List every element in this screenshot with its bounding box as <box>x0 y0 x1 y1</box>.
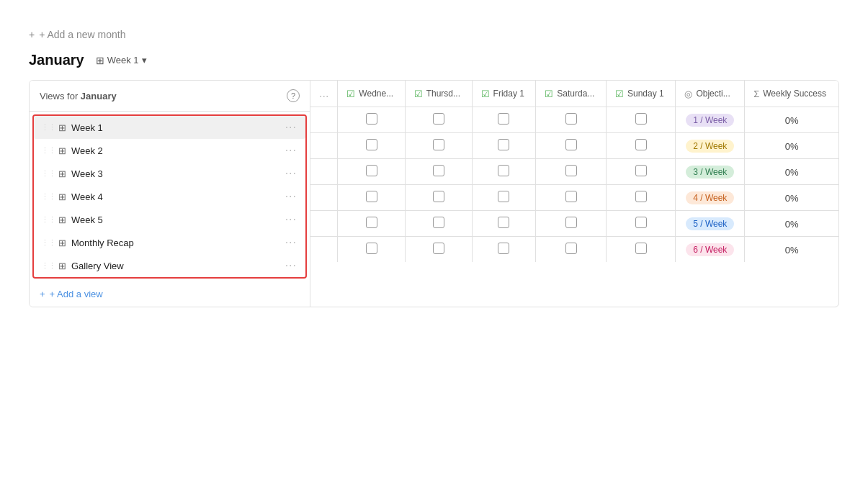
add-view-label: + Add a view <box>50 289 103 299</box>
cell-friday-2[interactable] <box>472 133 536 159</box>
checkbox[interactable] <box>433 139 444 150</box>
checkbox[interactable] <box>565 191 577 202</box>
cell-thursday-2[interactable] <box>405 133 472 159</box>
more-options-icon[interactable]: ··· <box>284 121 298 134</box>
checkbox[interactable] <box>433 217 444 228</box>
objective-badge: 6 / Week <box>686 243 734 256</box>
more-options-icon[interactable]: ··· <box>284 236 298 249</box>
checkbox[interactable] <box>635 191 647 202</box>
checkbox[interactable] <box>366 139 377 150</box>
more-options-icon[interactable]: ··· <box>284 213 298 226</box>
cell-sunday-2[interactable] <box>607 133 676 159</box>
month-title: January <box>29 52 84 68</box>
cell-sunday-3[interactable] <box>607 159 676 185</box>
checkbox[interactable] <box>635 113 647 125</box>
table-area: ... ☑ Wedne... ☑ Thursd... <box>310 81 838 307</box>
checkbox[interactable] <box>498 243 509 254</box>
checkbox[interactable] <box>565 113 577 125</box>
col-weekly-success[interactable]: Σ Weekly Success <box>745 81 838 107</box>
cell-wednesday-3[interactable] <box>338 159 405 185</box>
checkbox[interactable] <box>498 165 509 176</box>
cell-saturday-5[interactable] <box>536 211 607 237</box>
cell-thursday-5[interactable] <box>405 211 472 237</box>
more-options-icon[interactable]: ··· <box>284 190 298 203</box>
cell-wednesday-1[interactable] <box>338 107 405 133</box>
week-selector[interactable]: ⊞ Week 1 ▾ <box>91 53 151 68</box>
checkbox[interactable] <box>565 217 577 228</box>
cell-sunday-5[interactable] <box>607 211 676 237</box>
help-icon[interactable]: ? <box>287 89 300 102</box>
cell-objective-3: 3 / Week <box>676 159 745 185</box>
checkbox[interactable] <box>635 139 647 150</box>
checkbox[interactable] <box>433 113 444 125</box>
cell-saturday-2[interactable] <box>536 133 607 159</box>
checkbox[interactable] <box>366 243 377 254</box>
checkbox[interactable] <box>498 217 509 228</box>
sidebar-item-week5[interactable]: ⋮⋮ ⊞ Week 5 ··· <box>34 208 305 231</box>
more-options-icon[interactable]: ··· <box>284 259 298 272</box>
col-friday[interactable]: ☑ Friday 1 <box>472 81 536 107</box>
col-wednesday[interactable]: ☑ Wedne... <box>338 81 405 107</box>
cell-thursday-3[interactable] <box>405 159 472 185</box>
checkbox[interactable] <box>366 113 377 125</box>
checkbox[interactable] <box>433 165 444 176</box>
cell-friday-1[interactable] <box>472 107 536 133</box>
sidebar-item-gallery-view[interactable]: ⋮⋮ ⊞ Gallery View ··· <box>34 254 305 277</box>
cell-friday-6[interactable] <box>472 237 536 263</box>
checkbox[interactable] <box>635 165 647 176</box>
success-percent: 0% <box>785 141 799 152</box>
row-ellipsis <box>310 237 338 263</box>
cell-sunday-1[interactable] <box>607 107 676 133</box>
cell-saturday-6[interactable] <box>536 237 607 263</box>
table-icon: ⊞ <box>58 261 66 271</box>
checkbox[interactable] <box>498 191 509 202</box>
cell-wednesday-4[interactable] <box>338 185 405 211</box>
cell-saturday-1[interactable] <box>536 107 607 133</box>
cell-friday-3[interactable] <box>472 159 536 185</box>
checkbox[interactable] <box>433 243 444 254</box>
sidebar-item-week2[interactable]: ⋮⋮ ⊞ Week 2 ··· <box>34 139 305 162</box>
cell-saturday-3[interactable] <box>536 159 607 185</box>
checkbox[interactable] <box>366 217 377 228</box>
checkbox[interactable] <box>366 165 377 176</box>
table-icon: ⊞ <box>58 145 66 156</box>
checkbox[interactable] <box>565 243 577 254</box>
cell-wednesday-2[interactable] <box>338 133 405 159</box>
col-sunday[interactable]: ☑ Sunday 1 <box>607 81 676 107</box>
sidebar-item-monthly-recap[interactable]: ⋮⋮ ⊞ Monthly Recap ··· <box>34 231 305 254</box>
checkbox[interactable] <box>565 165 577 176</box>
checkbox[interactable] <box>498 113 509 125</box>
cell-saturday-4[interactable] <box>536 185 607 211</box>
checkbox-icon: ☑ <box>481 89 490 99</box>
sidebar-item-week1[interactable]: ⋮⋮ ⊞ Week 1 ··· <box>34 116 305 139</box>
cell-thursday-4[interactable] <box>405 185 472 211</box>
checkbox-icon: ☑ <box>414 89 423 99</box>
sidebar-item-week4[interactable]: ⋮⋮ ⊞ Week 4 ··· <box>34 185 305 208</box>
main-layout: Views for January ? ⋮⋮ ⊞ Week 1 ··· ⋮⋮ ⊞… <box>29 80 839 307</box>
checkbox[interactable] <box>498 139 509 150</box>
cell-thursday-1[interactable] <box>405 107 472 133</box>
cell-sunday-4[interactable] <box>607 185 676 211</box>
cell-wednesday-6[interactable] <box>338 237 405 263</box>
cell-wednesday-5[interactable] <box>338 211 405 237</box>
checkbox[interactable] <box>366 191 377 202</box>
cell-thursday-6[interactable] <box>405 237 472 263</box>
col-thursday[interactable]: ☑ Thursd... <box>405 81 472 107</box>
more-options-icon[interactable]: ··· <box>284 167 298 180</box>
add-month-button[interactable]: + + Add a new month <box>29 29 125 40</box>
col-saturday[interactable]: ☑ Saturda... <box>536 81 607 107</box>
checkbox[interactable] <box>565 139 577 150</box>
cell-friday-4[interactable] <box>472 185 536 211</box>
checkbox[interactable] <box>635 243 647 254</box>
checkbox[interactable] <box>635 217 647 228</box>
sidebar-item-label: Gallery View <box>71 261 284 271</box>
sidebar-item-label: Week 4 <box>71 191 284 202</box>
checkbox[interactable] <box>433 191 444 202</box>
more-options-icon[interactable]: ··· <box>284 144 298 157</box>
sidebar-item-week3[interactable]: ⋮⋮ ⊞ Week 3 ··· <box>34 162 305 185</box>
cell-friday-5[interactable] <box>472 211 536 237</box>
cell-sunday-6[interactable] <box>607 237 676 263</box>
grid-icon: ⊞ <box>96 55 104 66</box>
col-objective[interactable]: ◎ Objecti... <box>676 81 745 107</box>
add-view-button[interactable]: + + Add a view <box>30 281 113 307</box>
